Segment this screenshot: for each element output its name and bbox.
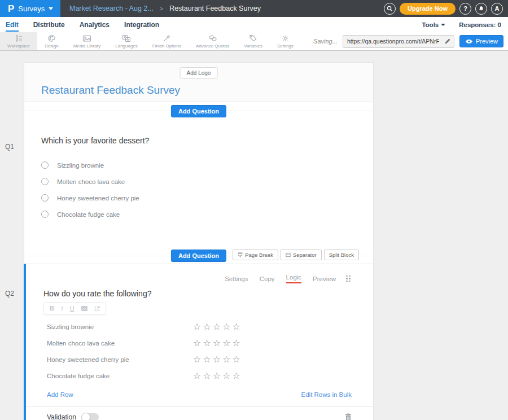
preview-button[interactable]: Preview xyxy=(459,35,503,47)
add-question-button-2[interactable]: Add Question xyxy=(171,250,226,262)
toolbar-item-finish-options[interactable]: Finish Options xyxy=(145,32,189,50)
question-logic-menu[interactable]: Logic xyxy=(286,274,302,283)
block-actions: Page Break Separator Split Block xyxy=(233,250,359,260)
italic-button[interactable]: I xyxy=(61,305,63,312)
edit-url-button[interactable] xyxy=(441,38,454,45)
star-icon[interactable]: ☆ xyxy=(193,322,201,331)
surveys-menu[interactable]: P Surveys xyxy=(0,0,60,17)
star-icon[interactable]: ☆ xyxy=(222,322,230,331)
question-settings-menu[interactable]: Settings xyxy=(225,275,248,282)
row-label[interactable]: Molten choco lava cake xyxy=(47,340,193,347)
row-label[interactable]: Sizzling brownie xyxy=(47,323,193,330)
option-label[interactable]: Honey sweetened cherry pie xyxy=(57,195,139,202)
star-rating: ☆☆☆☆☆ xyxy=(193,355,240,364)
help-button[interactable]: ? xyxy=(459,3,471,15)
nav-right: Tools Responses: 0 xyxy=(422,21,501,28)
add-question-button-1[interactable]: Add Question xyxy=(171,105,226,117)
star-icon[interactable]: ☆ xyxy=(213,339,221,348)
add-logo-button[interactable]: Add Logo xyxy=(180,67,218,79)
validation-toggle[interactable] xyxy=(82,413,99,420)
star-icon[interactable]: ☆ xyxy=(193,355,201,364)
variables-icon xyxy=(249,34,257,42)
questionpro-logo: P xyxy=(8,4,14,14)
star-icon[interactable]: ☆ xyxy=(203,339,211,348)
breadcrumb-parent[interactable]: Market Research - Aug 2... xyxy=(69,5,154,12)
tools-menu[interactable]: Tools xyxy=(422,21,445,28)
option-label[interactable]: Molten choco lava cake xyxy=(57,178,125,185)
external-link-button[interactable] xyxy=(94,306,100,312)
survey-card: Add Logo Restaurant Feedback Survey Add … xyxy=(24,62,374,420)
question-preview-menu[interactable]: Preview xyxy=(313,275,336,282)
row-label[interactable]: Honey sweetened cherry pie xyxy=(47,356,193,363)
preview-label: Preview xyxy=(476,38,498,45)
toolbar-item-languages[interactable]: Languages xyxy=(108,32,145,50)
toggle-knob xyxy=(81,413,90,420)
edit-rows-in-bulk-link[interactable]: Edit Rows in Bulk xyxy=(301,391,352,398)
toolbar-item-design[interactable]: Design xyxy=(37,32,66,50)
radio-button[interactable] xyxy=(41,211,49,218)
star-icon[interactable]: ☆ xyxy=(193,339,201,348)
more-options-icon[interactable] xyxy=(346,275,351,282)
star-icon[interactable]: ☆ xyxy=(222,339,230,348)
option-label[interactable]: Chocolate fudge cake xyxy=(57,211,120,218)
star-icon[interactable]: ☆ xyxy=(193,371,201,380)
survey-url-input[interactable] xyxy=(343,38,441,45)
star-icon[interactable]: ☆ xyxy=(232,371,240,380)
question2-footer: Validation xyxy=(26,406,373,420)
delete-question-button[interactable] xyxy=(345,413,352,420)
chevron-down-icon xyxy=(441,24,445,26)
option-label[interactable]: Sizzling brownie xyxy=(57,162,104,169)
editor-toolbar: Workspace Design Media Library Languages… xyxy=(0,32,508,51)
survey-title[interactable]: Restaurant Feedback Survey xyxy=(41,84,180,97)
toolbar-item-media-library[interactable]: Media Library xyxy=(66,32,108,50)
underline-button[interactable]: U xyxy=(70,305,75,312)
question1-text[interactable]: Which is your favorite dessert? xyxy=(41,136,373,145)
separator-button[interactable]: Separator xyxy=(281,250,322,260)
star-icon[interactable]: ☆ xyxy=(232,355,240,364)
search-button[interactable] xyxy=(384,3,396,15)
toolbar-item-workspace[interactable]: Workspace xyxy=(0,32,37,50)
toolbar-item-advance-quotas[interactable]: Advance Quotas xyxy=(189,32,237,50)
star-icon[interactable]: ☆ xyxy=(213,355,221,364)
star-icon[interactable]: ☆ xyxy=(213,322,221,331)
question2-links: Add Row Edit Rows in Bulk xyxy=(26,384,373,406)
page-break-button[interactable]: Page Break xyxy=(233,250,278,260)
option-row: Molten choco lava cake xyxy=(41,173,373,190)
question1-id-label: Q1 xyxy=(5,143,14,151)
settings-icon xyxy=(281,34,290,42)
avatar[interactable]: A xyxy=(491,3,503,15)
responses-count[interactable]: Responses: 0 xyxy=(459,21,501,28)
topbar: P Surveys Market Research - Aug 2... > R… xyxy=(0,0,508,17)
question2-menu: Settings Copy Logic Preview xyxy=(26,264,373,283)
advance-quotas-icon xyxy=(208,34,217,42)
radio-button[interactable] xyxy=(41,161,49,169)
toolbar-item-settings[interactable]: Settings xyxy=(270,32,301,50)
notifications-button[interactable] xyxy=(475,3,487,15)
star-icon[interactable]: ☆ xyxy=(203,371,211,380)
validation-label: Validation xyxy=(47,413,76,420)
question-copy-menu[interactable]: Copy xyxy=(260,275,275,282)
star-icon[interactable]: ☆ xyxy=(203,322,211,331)
insert-image-button[interactable] xyxy=(81,306,87,311)
star-icon[interactable]: ☆ xyxy=(213,371,221,380)
radio-button[interactable] xyxy=(41,194,49,202)
toolbar-item-variables[interactable]: Variables xyxy=(237,32,270,50)
add-row-link[interactable]: Add Row xyxy=(47,391,73,398)
tab-analytics[interactable]: Analytics xyxy=(80,18,110,32)
star-icon[interactable]: ☆ xyxy=(232,339,240,348)
row-label[interactable]: Chocolate fudge cake xyxy=(47,373,193,379)
star-icon[interactable]: ☆ xyxy=(232,322,240,331)
radio-button[interactable] xyxy=(41,178,49,185)
star-icon[interactable]: ☆ xyxy=(222,355,230,364)
star-icon[interactable]: ☆ xyxy=(203,355,211,364)
add-question-row-2: Add Question Page Break Separator Split … xyxy=(24,247,373,264)
star-icon[interactable]: ☆ xyxy=(222,371,230,380)
tab-distribute[interactable]: Distribute xyxy=(33,18,65,32)
bold-button[interactable]: B xyxy=(50,305,54,312)
tab-integration[interactable]: Integration xyxy=(124,18,159,32)
question2-text[interactable]: How do you rate the following? xyxy=(43,289,373,298)
tab-edit[interactable]: Edit xyxy=(6,18,19,32)
add-question-row-1: Add Question xyxy=(24,102,373,119)
upgrade-now-button[interactable]: Upgrade Now xyxy=(400,3,456,15)
split-block-button[interactable]: Split Block xyxy=(324,250,359,260)
